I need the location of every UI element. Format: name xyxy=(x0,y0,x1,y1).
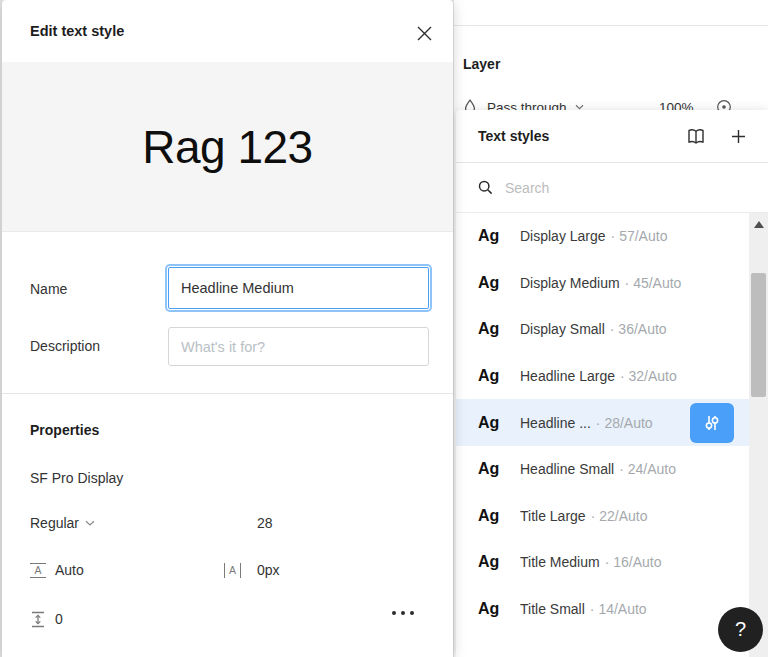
style-name: Title Large xyxy=(520,508,586,524)
style-sample: Ag xyxy=(478,600,506,618)
edit-text-style-dialog: Edit text style Rag 123 Name Description… xyxy=(2,0,453,657)
style-library-book-icon[interactable] xyxy=(685,127,707,146)
text-styles-actions xyxy=(685,127,746,146)
close-icon[interactable] xyxy=(416,25,433,42)
style-sample: Ag xyxy=(478,320,506,338)
style-meta: · 45/Auto xyxy=(625,275,682,291)
style-name: Display Large xyxy=(520,228,606,244)
style-preview-text: Rag 123 xyxy=(142,120,312,174)
style-sample: Ag xyxy=(478,367,506,385)
style-sample: Ag xyxy=(478,274,506,292)
style-name: Title Small xyxy=(520,601,585,617)
dialog-title: Edit text style xyxy=(30,23,124,39)
style-meta: · 28/Auto xyxy=(596,415,653,431)
properties-heading: Properties xyxy=(30,422,99,438)
font-family-value[interactable]: SF Pro Display xyxy=(30,470,123,486)
style-row-display-large[interactable]: Ag Display Large · 57/Auto xyxy=(456,213,768,260)
figma-screen: Layer Pass through 100% Text styles xyxy=(0,0,768,657)
style-sample: Ag xyxy=(478,227,506,245)
paragraph-spacing-row: 0 xyxy=(30,609,425,629)
popup-scrollbar-thumb[interactable] xyxy=(751,273,766,397)
style-sample: Ag xyxy=(478,414,506,432)
scroll-up-arrow-icon[interactable] xyxy=(754,221,764,228)
chevron-down-icon xyxy=(85,520,95,526)
style-sample: Ag xyxy=(478,460,506,478)
text-styles-header: Text styles xyxy=(456,110,768,163)
style-row-headline-small[interactable]: Ag Headline Small · 24/Auto xyxy=(456,446,768,493)
style-row-headline-medium-selected[interactable]: Ag Headline ... · 28/Auto xyxy=(456,399,768,446)
style-preview: Rag 123 xyxy=(2,62,453,232)
layer-section-title: Layer xyxy=(463,56,500,72)
font-weight-dropdown[interactable]: Regular xyxy=(30,515,95,531)
paragraph-spacing-icon xyxy=(30,611,46,628)
style-meta: · 32/Auto xyxy=(620,368,677,384)
style-name: Display Medium xyxy=(520,275,620,291)
dialog-header: Edit text style xyxy=(2,0,453,62)
style-name: Title Medium xyxy=(520,554,600,570)
style-meta: · 22/Auto xyxy=(591,508,648,524)
search-row xyxy=(456,163,768,213)
name-label: Name xyxy=(30,281,67,297)
letter-spacing-group: A xyxy=(224,563,249,578)
letter-spacing-value[interactable]: 0px xyxy=(257,562,280,578)
font-weight-size-row: Regular 28 xyxy=(30,513,425,533)
style-meta: · 36/Auto xyxy=(610,321,667,337)
style-name: Display Small xyxy=(520,321,605,337)
style-meta: · 24/Auto xyxy=(619,461,676,477)
sliders-icon xyxy=(702,413,722,433)
description-input[interactable] xyxy=(168,327,429,366)
text-styles-title: Text styles xyxy=(478,128,549,144)
line-height-value[interactable]: Auto xyxy=(55,562,84,578)
style-row-title-large[interactable]: Ag Title Large · 22/Auto xyxy=(456,493,768,540)
style-sample: Ag xyxy=(478,507,506,525)
description-label: Description xyxy=(30,338,100,354)
style-name: Headline Small xyxy=(520,461,614,477)
name-input[interactable] xyxy=(168,267,429,309)
help-button[interactable]: ? xyxy=(718,607,763,652)
dialog-divider xyxy=(2,393,453,394)
paragraph-spacing-value[interactable]: 0 xyxy=(55,611,63,627)
search-icon xyxy=(478,180,493,195)
edit-style-sliders-button[interactable] xyxy=(690,403,734,443)
letter-spacing-icon: A xyxy=(224,563,241,578)
style-name: Headline Large xyxy=(520,368,615,384)
text-styles-popup: Text styles Ag Display Large · 57/Auto xyxy=(456,110,768,657)
style-meta: · 16/Auto xyxy=(605,554,662,570)
font-weight-value: Regular xyxy=(30,515,79,531)
style-meta: · 57/Auto xyxy=(611,228,668,244)
font-family-row: SF Pro Display xyxy=(30,468,425,488)
style-row-display-small[interactable]: Ag Display Small · 36/Auto xyxy=(456,306,768,353)
style-row-title-medium[interactable]: Ag Title Medium · 16/Auto xyxy=(456,539,768,586)
style-row-display-medium[interactable]: Ag Display Medium · 45/Auto xyxy=(456,260,768,307)
panel-top-divider xyxy=(454,25,768,26)
style-row-headline-large[interactable]: Ag Headline Large · 32/Auto xyxy=(456,353,768,400)
font-size-value[interactable]: 28 xyxy=(257,515,273,531)
style-meta: · 14/Auto xyxy=(590,601,647,617)
popup-scrollbar-track[interactable] xyxy=(749,213,768,657)
style-name: Headline ... xyxy=(520,415,591,431)
line-height-icon: A xyxy=(30,563,46,578)
search-input[interactable] xyxy=(505,180,725,196)
line-height-letter-spacing-row: A Auto A 0px xyxy=(30,560,425,580)
more-options-icon[interactable] xyxy=(388,607,418,619)
style-list: Ag Display Large · 57/Auto Ag Display Me… xyxy=(456,213,768,657)
style-sample: Ag xyxy=(478,553,506,571)
add-style-plus-icon[interactable] xyxy=(731,129,746,144)
